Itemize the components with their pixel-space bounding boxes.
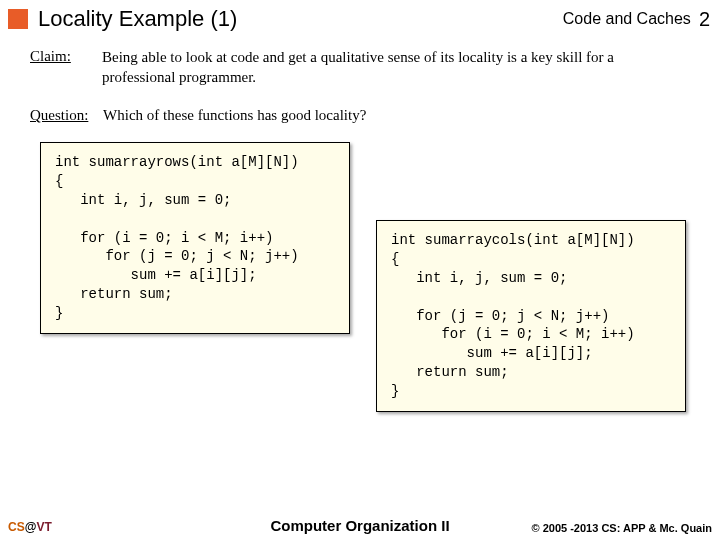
question-row: Question: Which of these functions has g… [30,107,690,124]
claim-label: Claim: [30,48,102,87]
slide-subtitle: Code and Caches [563,10,691,28]
code-box-rows: int sumarrayrows(int a[M][N]) { int i, j… [40,142,350,334]
page-number: 2 [699,8,710,31]
code-area: int sumarrayrows(int a[M][N]) { int i, j… [30,142,690,472]
accent-square [8,9,28,29]
claim-text: Being able to look at code and get a qua… [102,48,690,87]
slide-title: Locality Example (1) [38,6,563,32]
slide-body: Claim: Being able to look at code and ge… [0,36,720,472]
question-spacer [92,107,100,123]
footer-at: @ [25,520,37,534]
footer-center: Computer Organization II [243,517,478,534]
slide-header: Locality Example (1) Code and Caches 2 [0,0,720,36]
question-label: Question: [30,107,88,123]
code-box-cols: int sumarraycols(int a[M][N]) { int i, j… [376,220,686,412]
question-text: Which of these functions has good locali… [103,107,366,123]
claim-row: Claim: Being able to look at code and ge… [30,48,690,87]
slide-footer: CS@VT Computer Organization II © 2005 -2… [0,517,720,534]
footer-vt: VT [36,520,51,534]
footer-right: © 2005 -2013 CS: APP & Mc. Quain [477,522,712,534]
footer-left: CS@VT [8,520,243,534]
footer-cs: CS [8,520,25,534]
